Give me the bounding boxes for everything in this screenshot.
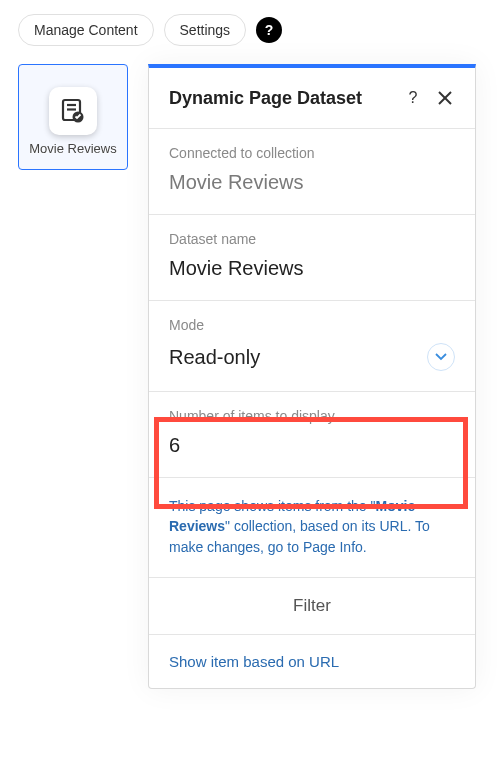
info-text: This page shows items from the "Movie Re…	[149, 478, 475, 578]
mode-value: Read-only	[169, 346, 260, 369]
connected-collection-section: Connected to collection Movie Reviews	[149, 129, 475, 215]
top-toolbar: Manage Content Settings ?	[0, 0, 500, 64]
items-count-section: Number of items to display 6	[149, 392, 475, 478]
panel-help-button[interactable]: ?	[401, 86, 425, 110]
dataset-name-section: Dataset name Movie Reviews	[149, 215, 475, 301]
connected-value: Movie Reviews	[169, 171, 455, 194]
manage-content-button[interactable]: Manage Content	[18, 14, 154, 46]
panel-title: Dynamic Page Dataset	[169, 88, 393, 109]
settings-panel: Dynamic Page Dataset ? Connected to coll…	[148, 64, 476, 689]
info-prefix: This page shows items from the "	[169, 498, 376, 514]
dataset-element-label: Movie Reviews	[29, 141, 116, 156]
close-button[interactable]	[433, 86, 457, 110]
mode-section: Mode Read-only	[149, 301, 475, 392]
dataset-icon	[49, 87, 97, 135]
dataset-name-label: Dataset name	[169, 231, 455, 247]
mode-dropdown-button[interactable]	[427, 343, 455, 371]
filter-button[interactable]: Filter	[149, 578, 475, 635]
panel-header: Dynamic Page Dataset ?	[149, 68, 475, 129]
settings-button[interactable]: Settings	[164, 14, 247, 46]
mode-label: Mode	[169, 317, 455, 333]
chevron-down-icon	[435, 353, 447, 361]
connected-label: Connected to collection	[169, 145, 455, 161]
items-count-label: Number of items to display	[169, 408, 455, 424]
help-button[interactable]: ?	[256, 17, 282, 43]
page-info-link[interactable]: Page Info	[303, 539, 363, 555]
dataset-element[interactable]: Movie Reviews	[18, 64, 128, 170]
show-item-url-link[interactable]: Show item based on URL	[149, 635, 475, 688]
dataset-name-input[interactable]: Movie Reviews	[169, 257, 455, 280]
items-count-input[interactable]: 6	[169, 434, 455, 457]
close-icon	[438, 91, 452, 105]
info-suffix: .	[363, 539, 367, 555]
